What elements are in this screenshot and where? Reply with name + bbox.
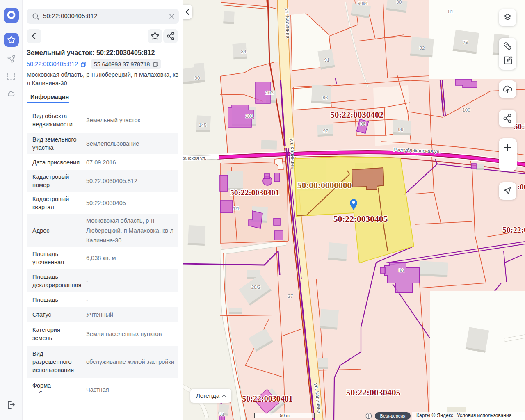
svg-text:канская ул.: канская ул. (183, 155, 206, 160)
svg-text:100: 100 (462, 107, 470, 112)
svg-text:99: 99 (398, 127, 404, 132)
svg-text:50:22:0030402: 50:22:0030402 (330, 110, 383, 120)
svg-text:ул. Калинина: ул. Калинина (284, 8, 291, 39)
svg-text:28/2: 28/2 (251, 285, 260, 290)
svg-text:101: 101 (245, 114, 253, 119)
svg-text:31: 31 (219, 412, 225, 417)
svg-text:50:00:0000000: 50:00:0000000 (297, 180, 352, 190)
svg-text:97: 97 (323, 128, 329, 133)
svg-text:1/1: 1/1 (233, 206, 240, 211)
svg-text:90: 90 (195, 75, 200, 80)
svg-text:98: 98 (361, 121, 366, 126)
svg-text::00: :00 (517, 183, 525, 191)
svg-text:50:22:0030405: 50:22:0030405 (333, 214, 388, 224)
svg-text:50:22:0030401: 50:22:0030401 (242, 394, 292, 403)
svg-text:50:22:0030401: 50:22:0030401 (230, 188, 279, 197)
svg-text:50:22:0: 50:22:0 (502, 226, 525, 234)
svg-text:34: 34 (241, 49, 247, 54)
svg-text:81: 81 (448, 9, 454, 14)
svg-text:82: 82 (420, 46, 425, 50)
svg-text:8А: 8А (398, 268, 404, 273)
svg-text:145: 145 (199, 123, 206, 128)
svg-text:90: 90 (397, 0, 402, 5)
svg-text:50:22:0030405: 50:22:0030405 (346, 388, 401, 397)
svg-text:79: 79 (463, 40, 468, 45)
svg-text:91: 91 (324, 57, 330, 62)
svg-text:27: 27 (288, 294, 293, 299)
svg-text:90к4: 90к4 (358, 1, 368, 6)
svg-text:102: 102 (265, 90, 273, 95)
svg-text:86: 86 (323, 95, 328, 100)
svg-text:ул. Калинина: ул. Калинина (289, 139, 296, 169)
